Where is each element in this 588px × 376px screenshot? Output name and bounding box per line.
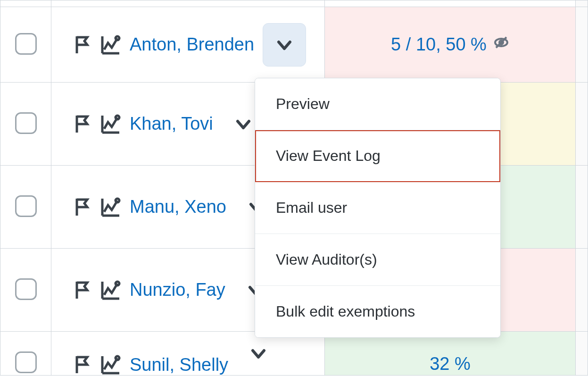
menu-item-preview[interactable]: Preview	[255, 78, 500, 130]
hidden-icon	[493, 34, 509, 55]
flag-icon[interactable]	[74, 280, 92, 301]
row-checkbox[interactable]	[15, 351, 37, 373]
grade-value: 32 %	[430, 354, 471, 374]
row-checkbox[interactable]	[15, 112, 37, 134]
row-checkbox[interactable]	[15, 278, 37, 300]
row-actions-menu: Preview View Event Log Email user View A…	[255, 78, 501, 338]
activity-icon[interactable]	[100, 280, 121, 301]
grade-cell[interactable]: 32 %	[325, 332, 575, 375]
row-checkbox[interactable]	[15, 195, 37, 217]
activity-icon[interactable]	[100, 34, 121, 55]
grade-value: 5 / 10, 50 %	[391, 34, 487, 55]
menu-item-view-event-log[interactable]: View Event Log	[255, 130, 500, 182]
activity-icon[interactable]	[100, 354, 121, 375]
grade-cell[interactable]: 5 / 10, 50 %	[325, 7, 575, 82]
activity-icon[interactable]	[100, 114, 121, 134]
table-row: Sunil, Shelly 32 %	[0, 332, 588, 376]
menu-item-bulk-edit-exemptions[interactable]: Bulk edit exemptions	[255, 286, 500, 337]
student-name-link[interactable]: Nunzio, Fay	[130, 280, 225, 300]
menu-item-view-auditors[interactable]: View Auditor(s)	[255, 234, 500, 286]
table-row: Anton, Brenden 5 / 10, 50 %	[0, 7, 588, 83]
flag-icon[interactable]	[74, 114, 92, 134]
student-name-link[interactable]: Khan, Tovi	[130, 114, 213, 134]
student-name-link[interactable]: Anton, Brenden	[130, 34, 254, 55]
flag-icon[interactable]	[74, 354, 92, 375]
flag-icon[interactable]	[74, 197, 92, 217]
activity-icon[interactable]	[100, 197, 121, 217]
row-actions-toggle[interactable]	[237, 332, 280, 375]
student-name-link[interactable]: Sunil, Shelly	[130, 355, 228, 375]
row-actions-toggle[interactable]	[263, 23, 306, 67]
student-name-link[interactable]: Manu, Xeno	[130, 197, 226, 217]
row-checkbox[interactable]	[15, 33, 37, 55]
menu-item-email-user[interactable]: Email user	[255, 182, 500, 234]
table-header-sliver	[0, 0, 588, 7]
flag-icon[interactable]	[74, 34, 92, 55]
